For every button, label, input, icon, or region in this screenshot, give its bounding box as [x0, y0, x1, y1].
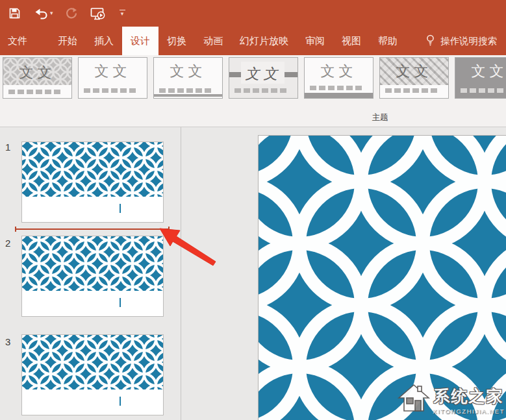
theme-thumbnail-dark[interactable]: 文文 — [455, 57, 506, 99]
slide-number: 2 — [5, 238, 17, 249]
theme-gallery: 文文 文文 文文 文文 文文 文文 文文 — [3, 57, 506, 99]
customize-qat-icon[interactable]: ▾ — [120, 10, 125, 17]
undo-icon[interactable] — [34, 5, 48, 23]
panel-divider[interactable] — [181, 127, 181, 420]
text-cursor — [120, 204, 121, 213]
slide-number: 1 — [5, 142, 17, 153]
text-cursor — [120, 298, 121, 307]
theme-thumbnail-plain[interactable]: 文文 — [78, 57, 147, 99]
text-cursor — [120, 397, 121, 406]
slide-insertion-indicator — [15, 229, 170, 230]
theme-footer-bar — [305, 93, 373, 98]
watermark-domain: XITONGZHIJIA.NET — [433, 408, 505, 415]
theme-thumbnail-underbar[interactable]: 文文 — [153, 57, 223, 99]
site-watermark: 系统之家 XITONGZHIJIA.NET — [396, 381, 505, 419]
tab-design[interactable]: 设计 — [122, 27, 158, 55]
theme-color-swatches — [234, 88, 288, 93]
main-work-area: 1 2 3 — [0, 127, 506, 420]
tab-slideshow[interactable]: 幻灯片放映 — [231, 27, 297, 55]
theme-color-swatches — [84, 88, 137, 93]
redo-icon — [65, 5, 77, 23]
theme-color-swatches — [159, 88, 212, 93]
ribbon-tab-bar: 文件 开始 插入 设计 切换 动画 幻灯片放映 审阅 视图 帮助 操作说明搜索 — [0, 27, 506, 55]
theme-color-swatches — [8, 90, 62, 94]
quick-access-toolbar: ▾ ▾ — [0, 0, 506, 27]
theme-thumbnail-damask[interactable]: 文文 — [379, 57, 449, 99]
ribbon-design-group: 文文 文文 文文 文文 文文 文文 文文 — [0, 55, 506, 127]
theme-color-swatches — [310, 86, 363, 90]
slide-thumbnail-1[interactable] — [21, 142, 164, 223]
tab-view[interactable]: 视图 — [333, 27, 370, 55]
tab-file[interactable]: 文件 — [0, 27, 35, 55]
save-icon[interactable] — [9, 5, 20, 23]
theme-sample-text: 文文 — [3, 63, 71, 82]
watermark-title: 系统之家 — [434, 386, 504, 407]
slide-number: 3 — [5, 336, 17, 347]
tab-animations[interactable]: 动画 — [195, 27, 231, 55]
theme-accent-bar — [154, 94, 222, 97]
undo-dropdown-icon[interactable]: ▾ — [50, 10, 53, 16]
theme-sample-text: 文文 — [380, 62, 448, 81]
tell-me-label: 操作说明搜索 — [440, 35, 497, 47]
start-slideshow-icon[interactable] — [90, 5, 105, 23]
tab-transitions[interactable]: 切换 — [158, 27, 195, 55]
tab-help[interactable]: 帮助 — [370, 27, 406, 55]
slide-thumbnail-2[interactable] — [21, 236, 164, 317]
tab-review[interactable]: 审阅 — [297, 27, 333, 55]
tab-insert[interactable]: 插入 — [86, 27, 122, 55]
slide-thumbnail-3[interactable] — [21, 334, 164, 415]
theme-sample-text: 文文 — [154, 62, 222, 81]
red-arrow-annotation — [156, 223, 221, 270]
tell-me-search[interactable]: 操作说明搜索 — [425, 27, 506, 55]
theme-thumbnail-band[interactable]: 文文 — [229, 57, 298, 99]
tab-home[interactable]: 开始 — [49, 27, 86, 55]
theme-sample-text: 文文 — [229, 64, 297, 84]
theme-thumbnail-current[interactable]: 文文 — [3, 57, 72, 99]
theme-sample-text: 文文 — [455, 62, 506, 81]
theme-sample-text: 文文 — [79, 62, 147, 81]
theme-sample-text: 文文 — [305, 62, 373, 81]
lightbulb-icon — [425, 34, 435, 48]
theme-thumbnail-footer[interactable]: 文文 — [304, 57, 373, 99]
theme-color-swatches — [461, 88, 506, 93]
themes-group-label: 主题 — [354, 112, 406, 123]
house-logo-icon — [396, 381, 431, 419]
slide-editing-canvas[interactable] — [258, 135, 506, 420]
theme-color-swatches — [385, 88, 438, 93]
